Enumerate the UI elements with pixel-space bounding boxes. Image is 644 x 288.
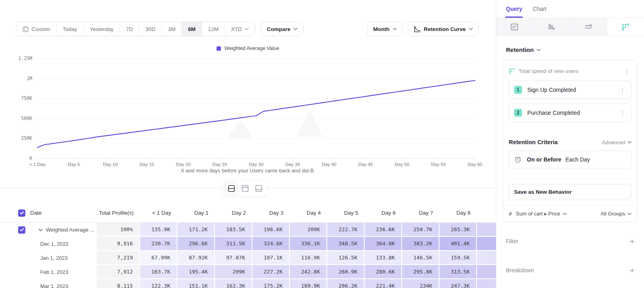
table-row: Weighted Average ...100%135.9K171.2K183.… [0, 223, 496, 237]
partial-value-cell [477, 279, 496, 288]
granularity-dropdown[interactable]: Month [367, 22, 402, 36]
measure-property-dropdown[interactable]: Sum of cart ▸ Price [516, 211, 597, 217]
measure-row: # Sum of cart ▸ Price All Groups [503, 205, 637, 222]
panel-divider [0, 177, 496, 200]
retention-value-cell: 162.3K [215, 279, 252, 288]
retention-value-cell: 236.6K [365, 223, 402, 237]
svg-text:< 1 Day: < 1 Day [29, 162, 45, 167]
table-row: Feb 1, 20237,912163.7K195.4K209K227.2K24… [0, 265, 496, 279]
retention-value-cell: 227.2K [252, 265, 290, 279]
retention-value-cell: 280.6K [365, 265, 402, 279]
retention-value-cell: 195.4K [178, 265, 215, 279]
svg-text:Day 40: Day 40 [322, 162, 336, 167]
chevron-down-icon [627, 141, 632, 143]
line-chart-icon [510, 23, 518, 31]
legend-series-label: Weighted Average Value [224, 46, 279, 51]
breakdown-section: Breakdown + [506, 265, 634, 276]
row-date-cell: Feb 1, 2023 [0, 265, 97, 279]
total-profiles-cell: 7,219 [97, 251, 140, 265]
retention-value-cell: 151.1K [178, 279, 215, 288]
svg-text:Day 5: Day 5 [68, 162, 80, 167]
date-range-12m[interactable]: 12M [202, 22, 225, 36]
svg-text:Day 55: Day 55 [431, 162, 446, 167]
retention-section-dropdown[interactable]: Retention [506, 46, 644, 53]
filter-label: Filter [506, 238, 630, 244]
retention-value-cell: 183.5K [215, 223, 252, 237]
retention-value-cell: 97.87K [215, 251, 252, 265]
insights-report-tab[interactable] [496, 18, 533, 35]
layout-table-only-toggle[interactable] [253, 183, 265, 194]
date-range-3m[interactable]: 3M [162, 22, 182, 36]
flows-icon [584, 24, 592, 30]
retention-value-cell: 296.6K [178, 237, 215, 251]
table-header-day: Day 6 [365, 203, 402, 222]
retention-value-cell: 260.9K [327, 265, 365, 279]
behavior-step-1[interactable]: 1 Sign Up Completed ⋮ [509, 81, 632, 99]
date-range-today[interactable]: Today [57, 22, 84, 36]
retention-value-cell: 250.7K [402, 223, 440, 237]
date-range-xtd[interactable]: XTD [225, 22, 255, 36]
partial-value-cell [477, 237, 496, 251]
date-range-6m[interactable]: 6M [182, 22, 202, 36]
retention-value-cell: 295.8K [402, 265, 440, 279]
chart-type-dropdown[interactable]: Retention Curve [408, 22, 479, 36]
retention-curve-icon [414, 26, 421, 32]
legend-swatch [217, 46, 221, 51]
timing-unit-label: Each Day [566, 156, 590, 163]
row-checkbox[interactable] [18, 209, 25, 217]
retention-report-tab[interactable] [607, 18, 644, 35]
date-range-7d[interactable]: 7D [120, 22, 139, 36]
chart-x-axis-caption: X and more days before your Users came b… [0, 168, 496, 174]
expand-row-chevron[interactable] [39, 229, 43, 231]
table-header-day: Day 1 [178, 203, 215, 222]
behavior-menu-button[interactable]: ⋮ [622, 67, 632, 75]
layout-split-toggle[interactable] [225, 183, 237, 194]
criteria-advanced-dropdown[interactable]: Advanced [602, 139, 632, 145]
chevron-down-icon [563, 213, 567, 215]
criteria-timing-row[interactable]: On or Before Each Day [509, 151, 632, 168]
retention-value-cell: 311.5K [215, 237, 252, 251]
svg-text:1.25M: 1.25M [18, 56, 32, 61]
retention-value-cell: 163.7K [140, 265, 178, 279]
total-profiles-cell: 8,115 [97, 279, 140, 288]
retention-value-cell: 247.3K [440, 279, 477, 288]
row-date-cell: Dec 1, 2022 [0, 237, 97, 251]
all-groups-dropdown[interactable]: All Groups [601, 211, 632, 217]
retention-value-cell: 196.6K [252, 223, 290, 237]
numeric-property-icon: # [509, 211, 512, 217]
retention-value-cell: 209K [215, 265, 252, 279]
chevron-down-icon [537, 49, 541, 51]
date-range-yesterday[interactable]: Yesterday [84, 22, 120, 36]
svg-text:250K: 250K [21, 135, 32, 141]
flows-report-tab[interactable] [570, 18, 607, 35]
chevron-down-icon [627, 213, 632, 215]
date-range-30d[interactable]: 30D [139, 22, 162, 36]
behavior-card: Total spend of new users ⋮ 1 Sign Up Com… [503, 60, 638, 222]
date-range-custom[interactable]: Custom [17, 22, 57, 36]
retention-value-cell: 189.9K [290, 279, 327, 288]
partial-value-cell [477, 223, 496, 237]
table-header-date: Date [0, 203, 97, 222]
tab-chart[interactable]: Chart [533, 0, 546, 18]
granularity-label: Month [373, 26, 389, 32]
behavior-step-2[interactable]: 2 Purchase Completed ⋮ [509, 104, 632, 122]
compare-label: Compare [267, 26, 291, 32]
add-filter-button[interactable]: + [630, 238, 634, 245]
compare-button[interactable]: Compare [261, 22, 304, 36]
chart-type-label: Retention Curve [424, 26, 466, 32]
add-breakdown-button[interactable]: + [630, 267, 634, 274]
save-as-new-behavior-button[interactable]: Save as New Behavior [509, 184, 632, 199]
retention-value-cell: 221.4K [365, 279, 402, 288]
app-root: CustomTodayYesterday7D30D3M6M12MXTD Comp… [0, 0, 644, 288]
layout-chart-only-toggle[interactable] [239, 183, 251, 194]
tab-query[interactable]: Query [506, 0, 522, 18]
retention-grid-icon [509, 68, 515, 74]
step-menu-button[interactable]: ⋮ [618, 109, 627, 117]
svg-text:1M: 1M [27, 76, 32, 81]
retention-value-cell: 67.99K [140, 251, 178, 265]
svg-text:Day 15: Day 15 [140, 162, 154, 167]
card-divider [509, 179, 632, 179]
funnels-report-tab[interactable] [533, 18, 570, 35]
step-menu-button[interactable]: ⋮ [618, 86, 627, 94]
row-checkbox[interactable] [18, 226, 25, 234]
